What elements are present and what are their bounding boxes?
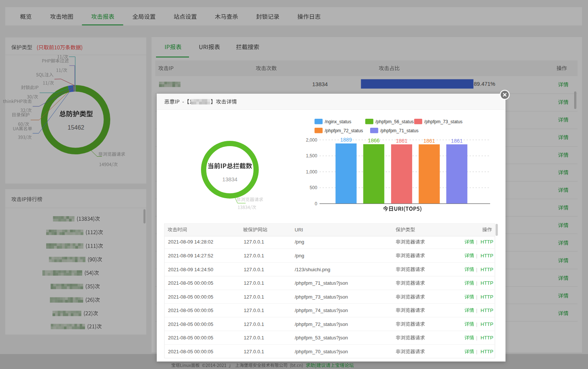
- svg-text:2,000: 2,000: [306, 137, 317, 143]
- svg-text:1,000: 1,000: [306, 169, 317, 175]
- svg-text:500: 500: [310, 185, 317, 190]
- svg-text:URI: URI: [295, 227, 303, 233]
- svg-text:/phpfpm_74_status?json: /phpfpm_74_status?json: [295, 308, 348, 313]
- svg-text:|: |: [476, 280, 477, 286]
- svg-text:2021-08-09 14:28:02: 2021-08-09 14:28:02: [168, 239, 213, 245]
- svg-text:127.0.0.1: 127.0.0.1: [244, 308, 264, 313]
- svg-text:/phpfpm_53_status?json: /phpfpm_53_status?json: [295, 335, 348, 341]
- svg-text:127.0.0.1: 127.0.0.1: [244, 239, 264, 245]
- svg-text:127.0.0.1: 127.0.0.1: [244, 349, 264, 354]
- svg-text:1,500: 1,500: [306, 153, 317, 158]
- svg-text:127.0.0.1: 127.0.0.1: [244, 294, 264, 300]
- svg-text:HTTP: HTTP: [481, 308, 494, 313]
- svg-text:127.0.0.1: 127.0.0.1: [244, 267, 264, 272]
- svg-text:1889: 1889: [340, 137, 352, 143]
- svg-text:/phpfpm_71_status?json: /phpfpm_71_status?json: [295, 280, 348, 286]
- svg-text:1861: 1861: [396, 138, 407, 144]
- svg-text:/phpfpm_73_status: /phpfpm_73_status: [424, 119, 462, 124]
- svg-text:|: |: [476, 253, 477, 258]
- svg-text:127.0.0.1: 127.0.0.1: [244, 321, 264, 327]
- svg-text:127.0.0.1: 127.0.0.1: [244, 280, 264, 286]
- svg-text:13834: 13834: [222, 176, 237, 182]
- svg-text:2021-08-09 14:24:50: 2021-08-09 14:24:50: [168, 267, 213, 272]
- svg-text:2021-08-09 14:27:52: 2021-08-09 14:27:52: [168, 253, 213, 258]
- svg-text:/phpfpm_72_status?json: /phpfpm_72_status?json: [295, 321, 348, 327]
- svg-text:|: |: [476, 294, 477, 300]
- svg-text:1861: 1861: [451, 138, 463, 144]
- svg-text:HTTP: HTTP: [481, 321, 494, 327]
- svg-text:127.0.0.1: 127.0.0.1: [244, 253, 264, 258]
- svg-text:HTTP: HTTP: [481, 335, 494, 341]
- svg-text:1866: 1866: [368, 137, 380, 143]
- svg-text:|: |: [476, 335, 477, 341]
- svg-text:/phpfpm_72_status: /phpfpm_72_status: [325, 128, 363, 133]
- svg-text:HTTP: HTTP: [481, 267, 494, 272]
- svg-text:|: |: [476, 308, 477, 313]
- svg-text:|: |: [476, 349, 477, 354]
- svg-text:|: |: [476, 321, 477, 327]
- svg-text:|: |: [476, 239, 477, 245]
- svg-text:/phpfpm_71_status: /phpfpm_71_status: [380, 128, 418, 133]
- svg-text:2021-08-05 00:00:05: 2021-08-05 00:00:05: [168, 349, 213, 354]
- svg-text:1861: 1861: [423, 138, 435, 144]
- svg-text:HTTP: HTTP: [481, 239, 494, 245]
- svg-text:2021-08-05 00:00:05: 2021-08-05 00:00:05: [168, 280, 213, 286]
- svg-text:|: |: [476, 267, 477, 272]
- svg-text:/phpfpm_70_status?json: /phpfpm_70_status?json: [295, 349, 348, 354]
- svg-text:/phpfpm_73_status?json: /phpfpm_73_status?json: [295, 294, 348, 300]
- svg-text:0: 0: [315, 201, 317, 206]
- svg-text:2021-08-05 00:00:05: 2021-08-05 00:00:05: [168, 335, 213, 341]
- svg-text:HTTP: HTTP: [481, 280, 494, 286]
- svg-text:2021-08-05 00:00:05: 2021-08-05 00:00:05: [168, 308, 213, 313]
- svg-text:HTTP: HTTP: [481, 253, 494, 258]
- svg-text:/png: /png: [295, 239, 304, 245]
- svg-text:/nginx_status: /nginx_status: [325, 119, 351, 124]
- svg-text:HTTP: HTTP: [481, 294, 494, 300]
- svg-text:127.0.0.1: 127.0.0.1: [244, 335, 264, 341]
- svg-text:/123/shuichi.png: /123/shuichi.png: [295, 267, 330, 272]
- svg-text:2021-08-05 00:00:05: 2021-08-05 00:00:05: [168, 294, 213, 300]
- svg-text:/png: /png: [295, 253, 304, 258]
- svg-text:HTTP: HTTP: [481, 349, 494, 354]
- svg-text:2021-08-05 00:00:05: 2021-08-05 00:00:05: [168, 321, 213, 327]
- svg-text:/phpfpm_56_status: /phpfpm_56_status: [375, 119, 414, 124]
